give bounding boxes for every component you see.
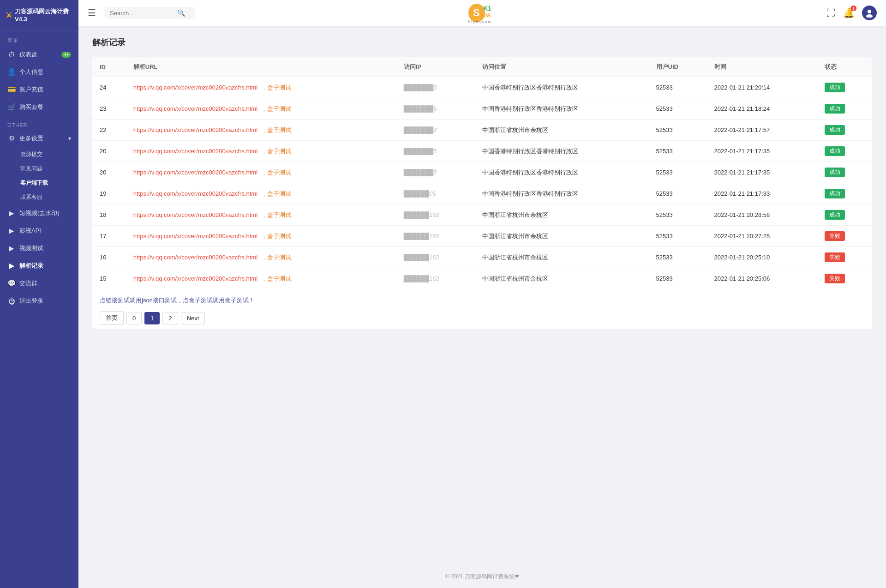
user-icon: 👤 [7,68,16,76]
status-badge: 失败 [825,252,845,262]
logo-icon: ⚔ [6,11,12,19]
cell-url: https://v.qq.com/x/cover/mzc00200vazcfrs… [126,226,396,247]
ip-value: ██████162 [404,211,439,218]
table-row: 15 https://v.qq.com/x/cover/mzc00200vazc… [92,268,872,289]
cell-uid: 52533 [649,98,707,120]
cell-ip: ███████5 [396,77,475,98]
sidebar-item-client-download[interactable]: 客户端下载 [13,176,78,190]
url-link[interactable]: https://v.qq.com/x/cover/mzc00200vazcfrs… [133,105,257,112]
box-test-label: ，盒子测试 [261,84,291,91]
table-row: 20 https://v.qq.com/x/cover/mzc00200vazc… [92,162,872,183]
table-row: 22 https://v.qq.com/x/cover/mzc00200vazc… [92,120,872,141]
cell-time: 2022-01-21 21:17:57 [707,120,817,141]
current-page-button[interactable]: 1 [144,312,160,324]
cell-url: https://v.qq.com/x/cover/mzc00200vazcfrs… [126,141,396,162]
status-badge: 成功 [825,146,845,156]
cell-uid: 52533 [649,120,707,141]
user-avatar[interactable] [862,6,877,20]
url-link[interactable]: https://v.qq.com/x/cover/mzc00200vazcfrs… [133,211,257,218]
table-row: 23 https://v.qq.com/x/cover/mzc00200vazc… [92,98,872,120]
cell-url: https://v.qq.com/x/cover/mzc00200vazcfrs… [126,77,396,98]
ip-value: ██████162 [404,254,439,261]
col-url: 解析URL [126,57,396,77]
box-test-label: ，盒子测试 [261,169,291,176]
cell-id: 23 [92,98,126,120]
pagination: 首页 0 1 2 Next [100,311,865,325]
url-link[interactable]: https://v.qq.com/x/cover/mzc00200vazcfrs… [133,275,257,282]
sidebar-item-short-video[interactable]: ▶ 短视频(去水印) [0,204,78,222]
url-link[interactable]: https://v.qq.com/x/cover/mzc00200vazcfrs… [133,84,257,91]
search-input[interactable] [110,10,174,17]
table-row: 20 https://v.qq.com/x/cover/mzc00200vazc… [92,141,872,162]
url-link[interactable]: https://v.qq.com/x/cover/mzc00200vazcfrs… [133,254,257,261]
cell-uid: 52533 [649,247,707,268]
avatar-icon [865,8,874,18]
status-badge: 成功 [825,189,845,198]
box-test-label: ，盒子测试 [261,126,291,133]
sidebar-item-more-settings[interactable]: ⚙ 更多设置 ▾ [0,130,78,147]
notification-badge: 1 [850,6,856,11]
other-section-label: OTHER [0,116,78,130]
url-link[interactable]: https://v.qq.com/x/cover/mzc00200vazcfrs… [133,126,257,133]
cell-ip: ███████5 [396,162,475,183]
sidebar-item-label: 短视频(去水印) [19,209,60,217]
more-settings-sub: 资源提交 常见问题 客户端下载 联系客服 [0,147,78,204]
logo-svg: S K1 源码 k l y m . c o m [459,1,505,24]
sidebar-item-video-test[interactable]: ▶ 视频测试 [0,240,78,257]
sidebar-item-buy-plan[interactable]: 🛒 购买套餐 [0,98,78,116]
test-icon: ▶ [7,244,16,252]
cell-time: 2022-01-21 20:28:58 [707,204,817,226]
cell-time: 2022-01-21 20:27:25 [707,226,817,247]
chevron-down-icon: ▾ [68,135,71,142]
cell-status: 成功 [817,98,872,120]
menu-toggle-icon[interactable]: ☰ [88,7,96,18]
ip-value: ███████5 [404,84,437,91]
svg-text:S: S [473,7,480,18]
sidebar-item-community[interactable]: 💬 交流群 [0,275,78,292]
cell-status: 失败 [817,226,872,247]
ip-value: ███████2 [404,126,437,133]
ip-value: ███████5 [404,105,437,112]
svg-text:k l y m . c o m: k l y m . c o m [468,19,491,24]
table-container: ID 解析URL 访问IP 访问位置 用户UID 时间 状态 24 https:… [92,57,872,329]
cell-status: 成功 [817,183,872,204]
sidebar-item-video-api[interactable]: ▶ 影视API [0,222,78,240]
box-test-label: ，盒子测试 [261,148,291,155]
col-id: ID [92,57,126,77]
video-icon: ▶ [7,209,16,217]
sidebar-item-recharge[interactable]: 💳 账户充值 [0,81,78,98]
sidebar-item-faq[interactable]: 常见问题 [13,162,78,176]
search-icon: 🔍 [177,9,185,17]
cart-icon: 🛒 [7,103,16,111]
sidebar-item-profile[interactable]: 👤 个人信息 [0,63,78,81]
search-bar: 🔍 [103,7,196,19]
notification-button[interactable]: 🔔 1 [843,7,855,18]
cell-url: https://v.qq.com/x/cover/mzc00200vazcfrs… [126,98,396,120]
status-badge: 失败 [825,231,845,241]
url-link[interactable]: https://v.qq.com/x/cover/mzc00200vazcfrs… [133,169,257,176]
gear-icon: ⚙ [7,134,16,143]
sidebar-item-parse-log[interactable]: ▶ 解析记录 [0,257,78,275]
footer: © 2021 刀客源码网计费系统❤ [78,565,886,588]
first-page-button[interactable]: 首页 [100,311,124,325]
log-icon: ▶ [7,262,16,270]
url-link[interactable]: https://v.qq.com/x/cover/mzc00200vazcfrs… [133,148,257,155]
card-icon: 💳 [7,85,16,94]
next-button[interactable]: Next [181,312,205,324]
sidebar-item-contact[interactable]: 联系客服 [13,190,78,204]
next-page-number-button[interactable]: 2 [162,312,178,324]
prev-page-button[interactable]: 0 [126,312,142,324]
cell-ip: ██████162 [396,247,475,268]
ip-value: ███████5 [404,169,437,176]
cell-url: https://v.qq.com/x/cover/mzc00200vazcfrs… [126,247,396,268]
status-badge: 成功 [825,83,845,92]
cell-ip: ██████162 [396,204,475,226]
sidebar-item-dashboard[interactable]: ⏱ 仪表盘 9+ [0,46,78,63]
sidebar-item-logout[interactable]: ⏻ 退出登录 [0,292,78,310]
ip-value: ██████05 [404,190,436,197]
sidebar-item-resource-submit[interactable]: 资源提交 [13,147,78,162]
fullscreen-button[interactable]: ⛶ [826,8,836,18]
parse-log-table: ID 解析URL 访问IP 访问位置 用户UID 时间 状态 24 https:… [92,57,872,289]
url-link[interactable]: https://v.qq.com/x/cover/mzc00200vazcfrs… [133,233,257,240]
url-link[interactable]: https://v.qq.com/x/cover/mzc00200vazcfrs… [133,190,257,197]
